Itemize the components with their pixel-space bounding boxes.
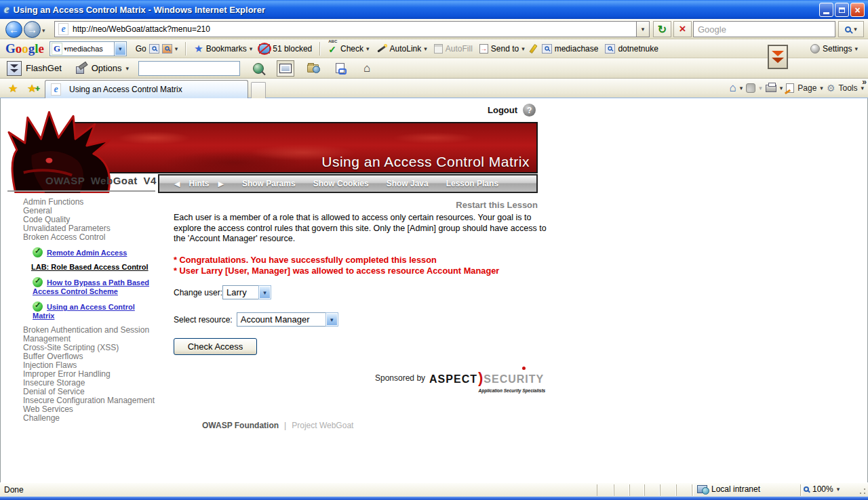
stop-button[interactable]: × [673, 21, 692, 37]
autolink-dropdown[interactable]: ▾ [424, 45, 427, 52]
menu-item[interactable]: Show Params [242, 179, 296, 188]
title-bar[interactable]: e Using an Access Control Matrix - Windo… [0, 0, 868, 19]
forward-button[interactable]: → [24, 21, 41, 38]
address-field[interactable]: e http://neo/WebGoat/attack?menu=210 ▾ [54, 21, 650, 37]
tools-menu-button[interactable]: Tools [838, 83, 857, 93]
restore-button[interactable] [835, 3, 849, 17]
help-button[interactable]: ? [523, 104, 536, 117]
options-label[interactable]: Options [92, 63, 122, 73]
home-dropdown[interactable]: ▾ [740, 85, 743, 91]
close-button[interactable]: × [850, 3, 865, 17]
flashget-label[interactable]: FlashGet [26, 63, 62, 73]
bookmarks-star-icon: ★ [194, 43, 203, 55]
sidebar-item[interactable]: How to Bypass a Path Based Access Contro… [33, 277, 156, 296]
feeds-button[interactable] [746, 83, 755, 93]
nav-history-dropdown[interactable]: ▾ [42, 27, 45, 34]
resize-grip[interactable] [859, 487, 867, 495]
check-dropdown[interactable]: ▾ [366, 45, 370, 52]
window-title: Using an Access Control Matrix - Windows… [14, 5, 265, 15]
search-input[interactable] [694, 24, 835, 35]
resource-select-arrow-icon[interactable]: ▾ [326, 313, 338, 326]
user-select-arrow-icon[interactable]: ▾ [259, 286, 271, 299]
address-dropdown-button[interactable]: ▾ [636, 22, 649, 37]
restore-icon [839, 7, 845, 13]
project-webgoat-link[interactable]: Project WebGoat [292, 421, 353, 430]
google-search-value[interactable]: mediachas [67, 45, 115, 53]
zoom-control[interactable]: 100% ▾ [804, 484, 840, 494]
search-dotnetnuke-button[interactable]: dotnetnuke [605, 44, 658, 54]
minimize-button[interactable] [819, 3, 833, 17]
settings-button[interactable]: Settings ▾ [810, 44, 858, 54]
popup-blocker-button[interactable]: 51 blocked [259, 44, 312, 54]
monitor-icon [279, 64, 292, 73]
sidebar-item[interactable]: Remote Admin Access [33, 247, 156, 257]
page-menu-button[interactable]: Page [797, 83, 816, 93]
menu-item[interactable]: Show Java [387, 179, 429, 188]
sponsor-divider: ) [478, 369, 483, 387]
status-pane [597, 484, 614, 496]
new-tab-button[interactable] [251, 82, 266, 98]
download-chevron-icon [772, 51, 784, 56]
web-search-button[interactable] [250, 60, 267, 77]
check-access-button[interactable]: Check Access [174, 338, 257, 355]
search-mediachase-button[interactable]: mediachase [542, 44, 599, 54]
refresh-button[interactable]: ↻ [653, 21, 671, 37]
menu-hints[interactable]: Hints [189, 179, 209, 188]
owasp-foundation-link[interactable]: OWASP Foundation [202, 421, 279, 430]
back-button[interactable]: ← [5, 21, 22, 38]
restart-lesson-link[interactable]: Restart this Lesson [174, 200, 538, 210]
menu-item[interactable]: Lesson Plans [446, 179, 498, 188]
feeds-dropdown[interactable]: ▾ [759, 85, 762, 91]
tab-active[interactable]: e Using an Access Control Matrix [45, 80, 248, 98]
zoom-dropdown[interactable]: ▾ [837, 486, 840, 493]
url-text[interactable]: http://neo/WebGoat/attack?menu=210 [73, 24, 636, 34]
user-select[interactable]: Larry ▾ [222, 285, 271, 299]
more-commands-chevron[interactable]: » [862, 77, 867, 87]
highlight-button[interactable] [532, 44, 535, 54]
menu-item[interactable]: Show Cookies [313, 179, 369, 188]
sidebar-item[interactable]: Broken Authentication and Session Manage… [23, 326, 156, 343]
print-button[interactable] [766, 85, 776, 92]
sidebar-item[interactable]: Broken Access Control [23, 233, 156, 242]
combo-dropdown-button[interactable]: ▾ [115, 42, 126, 56]
options-dropdown[interactable]: ▾ [126, 65, 130, 72]
hints-prev-icon[interactable]: ◀ [174, 180, 180, 188]
flashget-logo-icon[interactable] [7, 61, 22, 76]
search-go-button[interactable]: ▾ [838, 21, 864, 37]
bookmarks-dropdown[interactable]: ▾ [250, 45, 253, 52]
home-button[interactable]: ⌂ [729, 81, 736, 95]
settings-dropdown[interactable]: ▾ [854, 45, 858, 52]
page-dropdown[interactable]: ▾ [820, 85, 823, 91]
go-dropdown[interactable]: ▾ [175, 45, 178, 52]
hints-next-icon[interactable]: ▶ [218, 180, 223, 188]
download-page-button[interactable] [331, 60, 349, 77]
page-link-icon [336, 63, 344, 73]
flashget-home-button[interactable]: ⌂ [358, 60, 376, 77]
favorites-button[interactable]: ★ [8, 82, 18, 95]
lesson-menu-bar: ◀ Hints ▶ Show ParamsShow CookiesShow Ja… [158, 174, 538, 193]
google-g-icon: G [52, 43, 62, 55]
autofill-button[interactable]: AutoFill [434, 44, 473, 54]
sidebar-item[interactable]: Challenge [23, 414, 156, 423]
logout-button[interactable]: Logout [488, 105, 517, 115]
zoom-icon [804, 486, 809, 492]
search-options-dropdown[interactable]: ▾ [854, 26, 857, 33]
flashget-drop-zone[interactable] [768, 45, 788, 69]
bookmarks-button[interactable]: ★ Bookmarks ▾ [194, 43, 252, 55]
autolink-button[interactable]: AutoLink ▾ [376, 44, 427, 54]
send-to-button[interactable]: → Send to ▾ [479, 44, 525, 54]
print-dropdown[interactable]: ▾ [780, 85, 783, 91]
resource-select[interactable]: Account Manager ▾ [237, 312, 338, 327]
send-to-dropdown[interactable]: ▾ [521, 45, 525, 52]
flashget-search-input[interactable] [138, 61, 240, 76]
search-images-icon[interactable] [162, 44, 172, 54]
google-search-combo[interactable]: G ▾ mediachas ▾ [50, 41, 127, 56]
go-button[interactable]: Go ▾ [136, 44, 178, 54]
status-pane [692, 484, 694, 496]
search-site-icon[interactable] [149, 44, 159, 54]
site-explorer-button[interactable] [304, 60, 321, 77]
spellcheck-button[interactable]: ✓ Check ▾ [328, 42, 369, 55]
sidebar-item[interactable]: LAB: Role Based Access Control [31, 263, 164, 272]
monitor-capture-button[interactable] [277, 60, 294, 77]
sidebar-item[interactable]: Using an Access Control Matrix [33, 301, 156, 320]
